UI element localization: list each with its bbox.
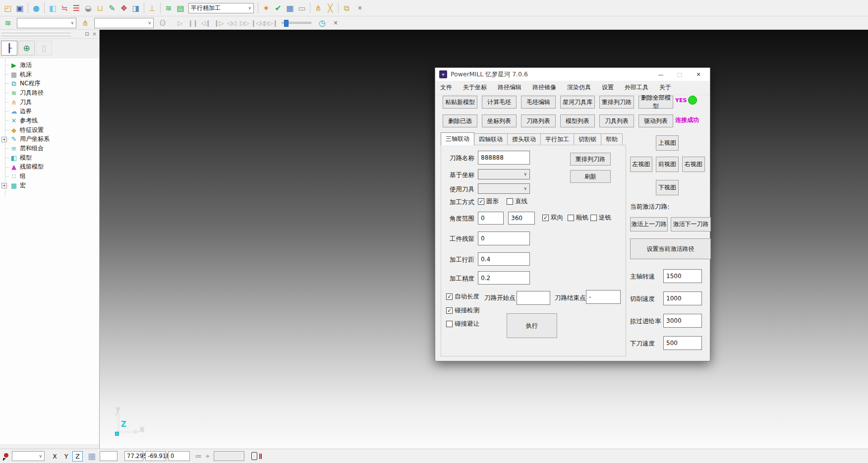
- fast-forward-icon[interactable]: ▷▷: [238, 19, 251, 27]
- leads-links-icon[interactable]: ⊔: [94, 2, 106, 14]
- block-icon[interactable]: ◧: [47, 2, 58, 14]
- menu-item[interactable]: 关于: [659, 83, 671, 92]
- tree-item[interactable]: ≡ 层和组合: [0, 144, 99, 153]
- verify-icon[interactable]: ✔: [272, 2, 284, 14]
- conventional-mill-checkbox[interactable]: 逆铣: [590, 214, 611, 222]
- tree-item[interactable]: ⧉ NC程序: [0, 79, 99, 88]
- spindle-speed-field[interactable]: 1500: [663, 269, 702, 283]
- dialog-button[interactable]: 计算毛坯: [482, 96, 517, 109]
- tree-item[interactable]: ▦ 机床: [0, 70, 99, 79]
- stock-input[interactable]: 0: [478, 232, 530, 245]
- checkbox[interactable]: ✓: [446, 293, 453, 300]
- tree-item[interactable]: ▶ 激活: [0, 60, 99, 70]
- tool-icon[interactable]: ◒: [82, 2, 94, 14]
- viewmill-icon[interactable]: ≋: [2, 17, 14, 29]
- toolpath-select-dropdown[interactable]: ∨: [17, 18, 76, 28]
- tree-item[interactable]: ◆ 特征设置: [0, 125, 99, 135]
- checkbox[interactable]: ✓: [478, 198, 484, 205]
- close-button[interactable]: ✕: [689, 68, 708, 81]
- toolbar-icon[interactable]: [42, 2, 47, 13]
- save-project-icon[interactable]: ▣: [14, 2, 26, 14]
- refresh-button[interactable]: 刷新: [570, 170, 611, 183]
- skip-end-icon[interactable]: ▷▷❙: [264, 19, 277, 27]
- grid-icon[interactable]: ▦: [88, 451, 96, 461]
- angle-from-input[interactable]: 0: [478, 212, 504, 225]
- dialog-tab[interactable]: 平行加工: [540, 133, 574, 145]
- grip-handle[interactable]: [1, 32, 71, 33]
- ruler-icon[interactable]: ▭: [296, 2, 308, 14]
- checkbox[interactable]: [590, 215, 597, 221]
- simulation-speed-slider[interactable]: [282, 22, 311, 24]
- dialog-button[interactable]: 重排列刀路: [599, 96, 634, 109]
- status-color-button[interactable]: [2, 451, 12, 461]
- transform-icon[interactable]: ╳: [324, 2, 336, 14]
- pause-icon[interactable]: ❙❙: [186, 19, 199, 27]
- dialog-tab[interactable]: 摆头联动: [507, 133, 541, 145]
- axis-z-button[interactable]: Z: [72, 451, 83, 462]
- dialog-button[interactable]: 驱动列表: [638, 115, 673, 127]
- menu-item[interactable]: 外部工具: [625, 83, 648, 92]
- tree-expander[interactable]: +: [1, 183, 7, 188]
- coord-dropdown[interactable]: ∨: [478, 169, 530, 179]
- nc-program-icon[interactable]: ☰: [70, 2, 82, 14]
- checkbox[interactable]: [568, 215, 574, 221]
- dialog-button[interactable]: 删除已选: [443, 115, 477, 127]
- tree-item[interactable]: + ✎ 用户坐标系: [0, 135, 99, 144]
- dialog-button[interactable]: 坐标列表: [482, 115, 517, 127]
- view-bottom-button[interactable]: 下视图: [656, 180, 679, 195]
- dialog-button[interactable]: 星河刀具库: [560, 96, 595, 109]
- sim-tool-icon[interactable]: ⋔: [79, 17, 91, 29]
- view-right-button[interactable]: 右视图: [682, 157, 705, 172]
- strategy-list-icon[interactable]: ▤: [174, 2, 186, 14]
- checkbox[interactable]: [507, 198, 513, 205]
- shaded-model-icon[interactable]: ●: [30, 2, 42, 14]
- view-front-button[interactable]: 前视图: [656, 157, 679, 172]
- axis-x-button[interactable]: X: [50, 451, 60, 462]
- collision-avoid-checkbox[interactable]: 碰撞避让: [446, 320, 479, 328]
- status-dropdown[interactable]: ∨: [12, 451, 45, 461]
- bidirectional-checkbox[interactable]: ✓ 双向: [542, 214, 563, 222]
- axis-y-button[interactable]: Y: [61, 451, 71, 462]
- toolpath-strategy-icon[interactable]: ≋: [163, 2, 174, 14]
- dialog-button[interactable]: 模型列表: [560, 115, 595, 127]
- explorer-tree-tab[interactable]: ┠: [1, 41, 17, 56]
- clock-icon[interactable]: ◷: [316, 17, 328, 29]
- step-back-icon[interactable]: ◁❙: [199, 19, 212, 27]
- toolbar-icon[interactable]: [26, 2, 30, 13]
- toolbar-icon[interactable]: [308, 2, 312, 13]
- tree-expander[interactable]: +: [1, 137, 7, 142]
- skim-feed-field[interactable]: 3000: [663, 314, 702, 328]
- minimize-button[interactable]: —: [651, 68, 670, 81]
- dialog-tab[interactable]: 四轴联动: [474, 133, 508, 145]
- skip-start-icon[interactable]: ❙◁◁: [251, 19, 264, 27]
- execute-button[interactable]: 执行: [507, 313, 557, 338]
- close-panel-icon[interactable]: ×: [91, 31, 98, 37]
- strategy-dropdown[interactable]: 平行精加工 ∨: [188, 3, 254, 13]
- mode-line-checkbox[interactable]: 直线: [507, 197, 527, 206]
- menu-item[interactable]: 渲染仿真: [567, 83, 591, 92]
- coordinate-y-field[interactable]: -69.918: [145, 451, 166, 461]
- database-icon[interactable]: ⧉: [341, 2, 352, 14]
- tree-item[interactable]: ≋ 刀具路径: [0, 88, 99, 98]
- sim-toolbar-close-button[interactable]: ×: [331, 18, 340, 27]
- globe-tab[interactable]: ⊕: [18, 41, 35, 56]
- toolbar-icon[interactable]: [142, 2, 146, 13]
- tree-item[interactable]: ◧ 模型: [0, 153, 99, 163]
- tree-item[interactable]: ⋔ 刀具: [0, 98, 99, 107]
- stepover-input[interactable]: 0.4: [478, 252, 530, 266]
- toolbar-icon[interactable]: [158, 2, 163, 13]
- plunge-feed-field[interactable]: 500: [663, 336, 702, 350]
- set-active-path-button[interactable]: 设置当前激活路径: [630, 238, 711, 259]
- tool-dropdown[interactable]: ∨: [478, 183, 530, 194]
- play-icon[interactable]: ▷: [174, 19, 186, 27]
- pattern-icon[interactable]: ❖: [118, 2, 130, 14]
- climb-mill-checkbox[interactable]: 顺铣: [568, 214, 588, 222]
- tool-pair-icon[interactable]: ⋔: [312, 2, 324, 14]
- tool-block-icon[interactable]: ◨: [130, 2, 142, 14]
- tree-item[interactable]: ▲ 残留模型: [0, 163, 99, 172]
- feedrate-icon[interactable]: ≒: [58, 2, 70, 14]
- coordinate-x-field[interactable]: 77.2951: [124, 451, 143, 461]
- view-top-button[interactable]: 上视图: [656, 135, 679, 151]
- dialog-button[interactable]: 刀具列表: [599, 115, 634, 127]
- toolbar-close-button[interactable]: ×: [355, 3, 364, 12]
